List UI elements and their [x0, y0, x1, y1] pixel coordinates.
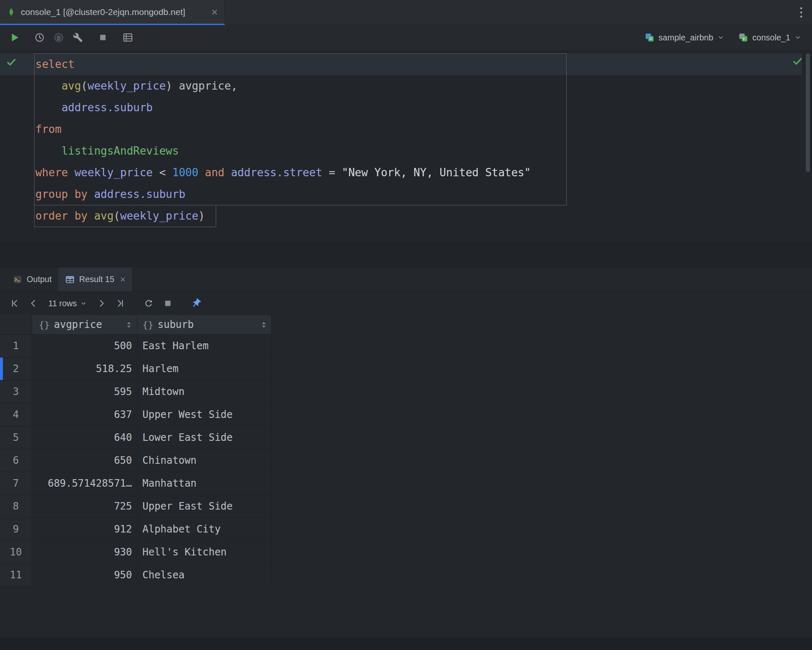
code-token: avgprice, — [179, 80, 237, 92]
sql-editor[interactable]: select avg(weekly_price) avgprice, addre… — [0, 50, 812, 244]
table-row[interactable]: 7689.571428571…Manhattan — [0, 472, 271, 495]
table-row[interactable]: 5640Lower East Side — [0, 426, 271, 449]
chevron-down-icon — [717, 34, 724, 41]
suburb-cell[interactable]: Upper West Side — [137, 403, 271, 426]
row-number[interactable]: 10 — [0, 541, 32, 563]
console-tab[interactable]: console_1 [@cluster0-2ejqn.mongodb.net] … — [0, 0, 225, 25]
avgprice-cell[interactable]: 500 — [32, 335, 137, 357]
close-icon[interactable]: × — [212, 7, 218, 18]
avgprice-cell[interactable]: 689.571428571… — [32, 472, 137, 495]
page-size-select[interactable]: 11 rows — [48, 299, 87, 308]
code-token: ( — [114, 210, 120, 222]
view-options-button[interactable] — [118, 28, 137, 47]
code-line[interactable]: order by avg(weekly_price) — [0, 205, 802, 227]
history-button[interactable] — [30, 28, 49, 47]
code-token: weekly_price — [75, 166, 153, 179]
code-token: = — [322, 166, 342, 179]
table-row[interactable]: 9912Alphabet City — [0, 518, 271, 541]
wrench-icon — [73, 32, 83, 42]
kebab-menu-button[interactable] — [795, 0, 808, 25]
row-number[interactable]: 5 — [0, 426, 32, 449]
console-toolbar: p sample_airbnb — [0, 25, 812, 50]
pause-button[interactable]: p — [49, 28, 68, 47]
suburb-cell[interactable]: Chinatown — [137, 449, 271, 472]
code-line[interactable]: where weekly_price < 1000 and address.st… — [0, 162, 802, 183]
avgprice-cell[interactable]: 650 — [32, 449, 137, 472]
row-number[interactable]: 6 — [0, 449, 32, 472]
code-line[interactable]: listingsAndReviews — [0, 140, 802, 162]
column-header-avgprice[interactable]: {} avgprice — [32, 315, 137, 334]
last-page-button[interactable] — [112, 295, 129, 312]
sort-icon[interactable] — [261, 321, 267, 329]
avgprice-cell[interactable]: 930 — [32, 541, 137, 563]
next-page-button[interactable] — [92, 295, 110, 312]
database-selector[interactable]: sample_airbnb — [645, 32, 724, 42]
avgprice-cell[interactable]: 950 — [32, 564, 137, 586]
pin-tab-button[interactable] — [187, 295, 205, 312]
sort-icon[interactable] — [126, 321, 132, 329]
code-token: select — [35, 58, 75, 70]
avgprice-cell[interactable]: 725 — [32, 495, 137, 518]
toolbar-right-group: sample_airbnb console_1 — [645, 32, 812, 42]
row-number[interactable]: 1 — [0, 335, 32, 357]
code-token: address.suburb — [94, 188, 185, 200]
reload-page-button[interactable] — [140, 295, 157, 312]
code-line[interactable]: select — [0, 53, 802, 75]
code-token — [198, 166, 205, 179]
row-number[interactable]: 4 — [0, 403, 32, 426]
console-selector[interactable]: console_1 — [738, 32, 801, 42]
suburb-cell[interactable]: Hell's Kitchen — [137, 541, 271, 563]
table-row[interactable]: 8725Upper East Side — [0, 495, 271, 518]
code-line[interactable]: address.suburb — [0, 97, 802, 118]
suburb-cell[interactable]: Manhattan — [137, 472, 271, 495]
table-row[interactable]: 3595Midtown — [0, 380, 271, 403]
code-token: ( — [81, 80, 88, 92]
first-page-button[interactable] — [6, 295, 23, 312]
close-icon[interactable]: × — [120, 275, 126, 284]
avgprice-cell[interactable]: 595 — [32, 380, 137, 403]
row-number[interactable]: 2 — [0, 358, 32, 380]
stop-button[interactable] — [93, 28, 112, 47]
editor-tab-bar: console_1 [@cluster0-2ejqn.mongodb.net] … — [0, 0, 812, 25]
avgprice-cell[interactable]: 912 — [32, 518, 137, 540]
row-number[interactable]: 8 — [0, 495, 32, 518]
run-button[interactable] — [5, 28, 24, 47]
console-settings-button[interactable] — [68, 28, 87, 47]
tab-result-15[interactable]: Result 15 × — [58, 268, 132, 291]
suburb-cell[interactable]: Chelsea — [137, 564, 271, 586]
row-number[interactable]: 3 — [0, 380, 32, 403]
stop-query-button[interactable] — [159, 295, 177, 312]
panel-splitter[interactable] — [0, 244, 812, 268]
json-type-icon: {} — [142, 320, 154, 330]
window-bottom-edge — [0, 638, 812, 650]
corner-cell[interactable] — [0, 315, 32, 334]
tab-output[interactable]: Output — [6, 268, 58, 291]
code-line[interactable]: avg(weekly_price) avgprice, — [0, 75, 802, 97]
suburb-cell[interactable]: Alphabet City — [137, 518, 271, 540]
table-row[interactable]: 10930Hell's Kitchen — [0, 541, 271, 564]
suburb-cell[interactable]: Upper East Side — [137, 495, 271, 518]
success-check-icon-right — [792, 56, 803, 67]
row-number[interactable]: 9 — [0, 518, 32, 540]
table-row[interactable]: 4637Upper West Side — [0, 403, 271, 426]
table-row[interactable]: 6650Chinatown — [0, 449, 271, 472]
suburb-cell[interactable]: Lower East Side — [137, 426, 271, 449]
row-number[interactable]: 11 — [0, 564, 32, 586]
table-row[interactable]: 11950Chelsea — [0, 564, 271, 587]
avgprice-cell[interactable]: 637 — [32, 403, 137, 426]
avgprice-cell[interactable]: 518.25 — [32, 358, 137, 380]
table-row[interactable]: 2518.25Harlem — [0, 358, 271, 380]
row-number[interactable]: 7 — [0, 472, 32, 495]
code-area[interactable]: select avg(weekly_price) avgprice, addre… — [0, 53, 802, 227]
column-header-suburb[interactable]: {} suburb — [137, 315, 271, 334]
suburb-cell[interactable]: Harlem — [137, 358, 271, 380]
previous-page-button[interactable] — [25, 295, 42, 312]
suburb-cell[interactable]: East Harlem — [137, 335, 271, 357]
avgprice-cell[interactable]: 640 — [32, 426, 137, 449]
code-line[interactable]: group by address.suburb — [0, 183, 802, 205]
editor-scrollbar[interactable] — [806, 53, 810, 172]
table-row[interactable]: 1500East Harlem — [0, 335, 271, 358]
code-token: and — [205, 166, 224, 179]
suburb-cell[interactable]: Midtown — [137, 380, 271, 403]
code-line[interactable]: from — [0, 118, 802, 140]
